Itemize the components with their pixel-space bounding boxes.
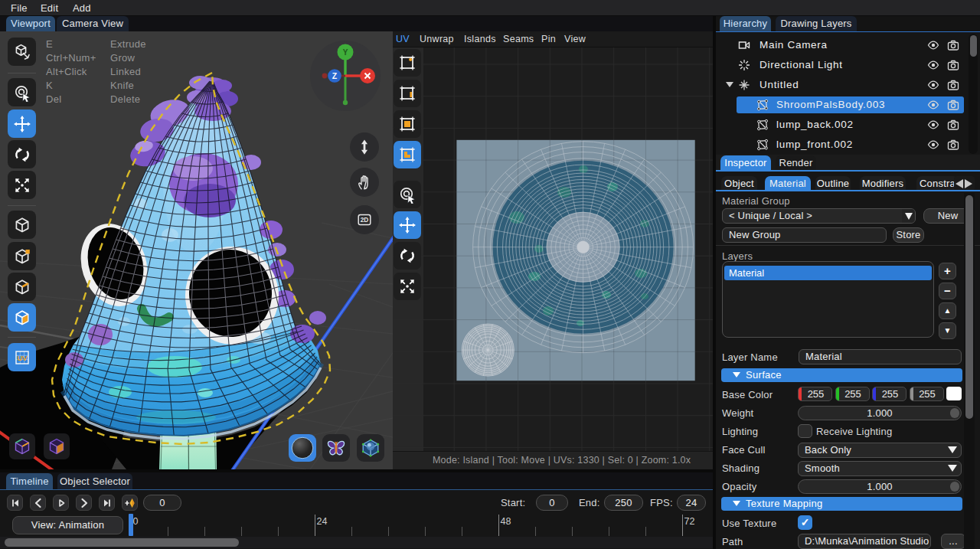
svg-text:UV: UV	[17, 353, 28, 361]
svg-text:Z: Z	[332, 71, 338, 80]
svg-text:2D: 2D	[361, 217, 369, 224]
svg-text:Y: Y	[343, 48, 348, 57]
